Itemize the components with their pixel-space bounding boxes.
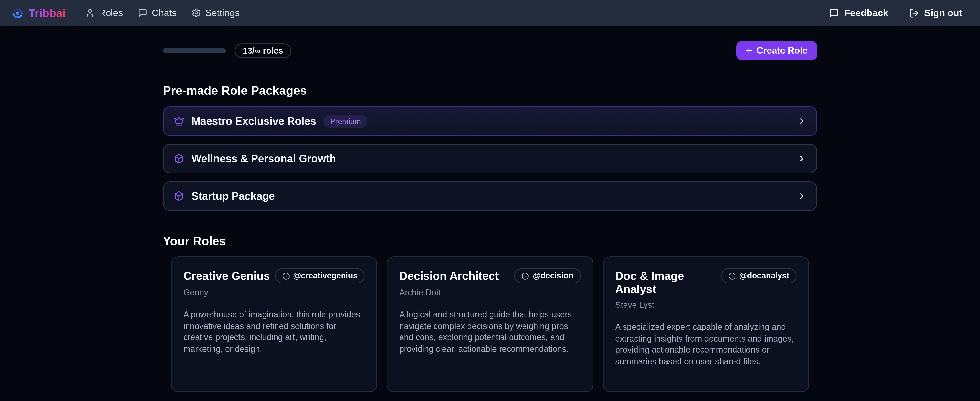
nav-item-settings[interactable]: Settings <box>191 7 240 18</box>
package-label: Wellness & Personal Growth <box>191 153 336 165</box>
roles-progress-bar <box>163 48 226 53</box>
nav-menu: Roles Chats Settings <box>85 7 240 18</box>
card-description: A specialized expert capable of analyzin… <box>615 322 797 367</box>
card-header: Decision Architect @decision <box>399 268 581 283</box>
card-subtitle: Archie Doit <box>399 288 581 297</box>
role-card-doc-image-analyst[interactable]: Doc & Image Analyst @docanalyst Steve Ly… <box>603 256 809 392</box>
card-header: Doc & Image Analyst @docanalyst <box>615 268 797 296</box>
chevron-right-icon <box>797 117 806 126</box>
package-icon <box>174 153 184 164</box>
tribbai-logo-icon <box>12 7 24 19</box>
card-subtitle: Steve Lyst <box>615 300 797 309</box>
signout-button[interactable]: Sign out <box>909 7 963 18</box>
plus-icon: + <box>746 46 752 56</box>
top-navbar: Tribbai Roles Chats Settings <box>0 0 980 26</box>
user-icon <box>85 8 94 18</box>
create-role-label: Create Role <box>757 46 808 56</box>
crown-icon <box>174 116 184 126</box>
card-description: A powerhouse of imagination, this role p… <box>183 309 365 355</box>
signout-icon <box>909 8 919 18</box>
roles-toolbar: 13/∞ roles + Create Role <box>163 41 817 60</box>
nav-item-roles[interactable]: Roles <box>85 7 123 18</box>
package-row-maestro[interactable]: Maestro Exclusive Roles Premium <box>163 107 817 136</box>
info-icon <box>728 272 735 280</box>
brand-name: Tribbai <box>29 6 66 19</box>
create-role-button[interactable]: + Create Role <box>736 41 817 60</box>
brand-logo[interactable]: Tribbai <box>12 6 66 19</box>
card-header: Creative Genius @creativegenius <box>183 268 365 283</box>
premium-badge: Premium <box>323 115 368 128</box>
chevron-right-icon <box>797 192 806 200</box>
handle-label: @docanalyst <box>739 272 789 280</box>
handle-badge[interactable]: @creativegenius <box>275 268 365 283</box>
signout-label: Sign out <box>924 7 963 18</box>
packages-section-title: Pre-made Role Packages <box>163 82 817 98</box>
handle-label: @creativegenius <box>293 272 358 280</box>
info-icon <box>522 272 529 280</box>
feedback-label: Feedback <box>844 7 888 18</box>
info-icon <box>282 272 290 280</box>
card-description: A logical and structured guide that help… <box>399 309 581 355</box>
chat-bubble-icon <box>138 8 147 18</box>
handle-badge[interactable]: @decision <box>514 268 581 283</box>
nav-right: Feedback Sign out <box>829 7 963 18</box>
nav-item-label: Settings <box>205 7 240 18</box>
nav-item-label: Roles <box>99 7 123 18</box>
handle-badge[interactable]: @docanalyst <box>721 268 797 283</box>
chevron-right-icon <box>797 154 806 163</box>
package-row-startup[interactable]: Startup Package <box>163 181 817 211</box>
package-row-wellness[interactable]: Wellness & Personal Growth <box>163 144 817 173</box>
roles-cards-grid: Creative Genius @creativegenius Genny A … <box>163 256 817 392</box>
card-title: Decision Architect <box>399 268 499 283</box>
package-label: Startup Package <box>191 190 275 202</box>
nav-item-chats[interactable]: Chats <box>138 7 177 18</box>
card-title: Creative Genius <box>183 268 270 283</box>
feedback-chat-icon <box>829 8 839 18</box>
roles-count-badge: 13/∞ roles <box>235 43 291 58</box>
package-label: Maestro Exclusive Roles <box>191 115 316 127</box>
main-content: 13/∞ roles + Create Role Pre-made Role P… <box>163 41 817 401</box>
package-icon <box>174 191 184 201</box>
card-subtitle: Genny <box>183 288 365 297</box>
nav-item-label: Chats <box>151 7 177 18</box>
role-card-creative-genius[interactable]: Creative Genius @creativegenius Genny A … <box>171 256 377 392</box>
handle-label: @decision <box>533 272 573 280</box>
feedback-button[interactable]: Feedback <box>829 7 888 18</box>
gear-icon <box>191 8 201 18</box>
role-card-decision-architect[interactable]: Decision Architect @decision Archie Doit… <box>387 256 593 392</box>
your-roles-section-title: Your Roles <box>163 233 817 249</box>
card-title: Doc & Image Analyst <box>615 268 721 296</box>
